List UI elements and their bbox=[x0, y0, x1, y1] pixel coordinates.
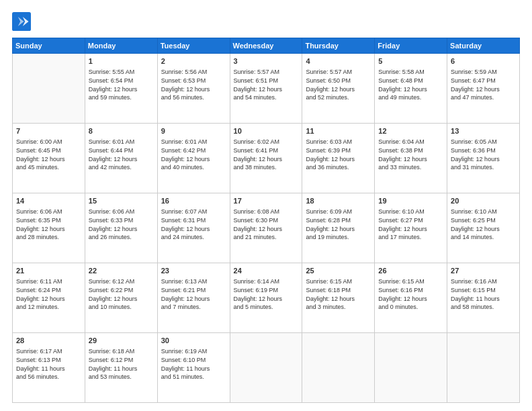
calendar-week-5: 28Sunrise: 6:17 AMSunset: 6:13 PMDayligh… bbox=[13, 333, 520, 403]
day-info: and 52 minutes. bbox=[306, 93, 371, 102]
calendar-header: SundayMondayTuesdayWednesdayThursdayFrid… bbox=[13, 38, 520, 54]
day-info: Sunrise: 6:05 AM bbox=[451, 138, 516, 146]
calendar-cell: 4Sunrise: 5:57 AMSunset: 6:50 PMDaylight… bbox=[302, 54, 375, 124]
day-info: Sunset: 6:33 PM bbox=[89, 216, 154, 225]
day-info: and 53 minutes. bbox=[89, 373, 154, 381]
calendar-cell: 24Sunrise: 6:14 AMSunset: 6:19 PMDayligh… bbox=[230, 263, 302, 333]
day-info: Daylight: 12 hours bbox=[16, 225, 81, 234]
day-number: 19 bbox=[378, 196, 443, 206]
calendar-cell: 19Sunrise: 6:10 AMSunset: 6:27 PMDayligh… bbox=[375, 193, 447, 263]
day-info: Sunrise: 6:19 AM bbox=[161, 347, 226, 356]
day-info: Sunset: 6:15 PM bbox=[451, 286, 516, 295]
day-info: Sunrise: 5:57 AM bbox=[234, 68, 299, 77]
weekday-row: SundayMondayTuesdayWednesdayThursdayFrid… bbox=[13, 38, 520, 54]
calendar-week-1: 1Sunrise: 5:55 AMSunset: 6:54 PMDaylight… bbox=[13, 54, 520, 124]
day-info: Sunrise: 6:01 AM bbox=[89, 138, 154, 146]
logo-icon bbox=[12, 12, 31, 31]
weekday-header-thursday: Thursday bbox=[302, 38, 375, 54]
day-info: Sunset: 6:27 PM bbox=[378, 216, 443, 225]
day-info: and 51 minutes. bbox=[161, 373, 226, 381]
day-info: Sunrise: 6:08 AM bbox=[234, 208, 299, 216]
day-info: Sunset: 6:42 PM bbox=[161, 146, 226, 155]
calendar-cell: 9Sunrise: 6:01 AMSunset: 6:42 PMDaylight… bbox=[157, 124, 230, 193]
calendar-cell: 16Sunrise: 6:07 AMSunset: 6:31 PMDayligh… bbox=[157, 193, 230, 263]
weekday-header-monday: Monday bbox=[85, 38, 157, 54]
day-info: and 3 minutes. bbox=[306, 303, 371, 312]
calendar-cell: 30Sunrise: 6:19 AMSunset: 6:10 PMDayligh… bbox=[157, 333, 230, 403]
day-info: and 21 minutes. bbox=[234, 233, 299, 242]
calendar-week-3: 14Sunrise: 6:06 AMSunset: 6:35 PMDayligh… bbox=[13, 193, 520, 263]
day-number: 11 bbox=[306, 126, 371, 136]
day-info: Sunrise: 5:56 AM bbox=[161, 68, 226, 77]
weekday-header-saturday: Saturday bbox=[447, 38, 520, 54]
calendar-cell: 12Sunrise: 6:04 AMSunset: 6:38 PMDayligh… bbox=[375, 124, 447, 193]
day-info: Daylight: 11 hours bbox=[451, 295, 516, 304]
day-info: and 19 minutes. bbox=[306, 233, 371, 242]
calendar-cell: 27Sunrise: 6:16 AMSunset: 6:15 PMDayligh… bbox=[447, 263, 520, 333]
day-info: Daylight: 12 hours bbox=[451, 85, 516, 94]
calendar-cell bbox=[447, 333, 520, 403]
day-info: Daylight: 12 hours bbox=[378, 225, 443, 234]
day-info: Sunset: 6:39 PM bbox=[306, 146, 371, 155]
day-info: Daylight: 12 hours bbox=[378, 295, 443, 304]
calendar-page: SundayMondayTuesdayWednesdayThursdayFrid… bbox=[0, 0, 532, 411]
calendar-cell: 25Sunrise: 6:15 AMSunset: 6:18 PMDayligh… bbox=[302, 263, 375, 333]
day-info: and 12 minutes. bbox=[16, 303, 81, 312]
day-info: Daylight: 12 hours bbox=[234, 85, 299, 94]
day-number: 12 bbox=[378, 126, 443, 136]
calendar-cell: 28Sunrise: 6:17 AMSunset: 6:13 PMDayligh… bbox=[13, 333, 85, 403]
day-number: 28 bbox=[16, 336, 81, 346]
day-info: and 26 minutes. bbox=[89, 233, 154, 242]
day-info: and 28 minutes. bbox=[16, 233, 81, 242]
day-number: 9 bbox=[161, 126, 226, 136]
day-info: Sunset: 6:51 PM bbox=[234, 77, 299, 85]
calendar-cell: 5Sunrise: 5:58 AMSunset: 6:48 PMDaylight… bbox=[375, 54, 447, 124]
day-info: Daylight: 12 hours bbox=[89, 155, 154, 164]
day-info: Sunrise: 6:10 AM bbox=[451, 208, 516, 216]
day-info: Sunset: 6:30 PM bbox=[234, 216, 299, 225]
day-info: Daylight: 12 hours bbox=[16, 155, 81, 164]
day-info: Daylight: 12 hours bbox=[161, 225, 226, 234]
day-info: and 59 minutes. bbox=[89, 93, 154, 102]
day-info: Sunrise: 6:12 AM bbox=[89, 277, 154, 286]
day-info: Daylight: 12 hours bbox=[378, 85, 443, 94]
day-number: 29 bbox=[89, 336, 154, 346]
day-info: Sunrise: 6:06 AM bbox=[89, 208, 154, 216]
calendar-cell: 23Sunrise: 6:13 AMSunset: 6:21 PMDayligh… bbox=[157, 263, 230, 333]
day-number: 24 bbox=[234, 266, 299, 276]
day-info: Sunset: 6:16 PM bbox=[378, 286, 443, 295]
calendar-cell: 7Sunrise: 6:00 AMSunset: 6:45 PMDaylight… bbox=[13, 124, 85, 193]
day-info: and 54 minutes. bbox=[234, 93, 299, 102]
day-number: 3 bbox=[234, 56, 299, 66]
day-info: Daylight: 12 hours bbox=[161, 295, 226, 304]
day-info: and 58 minutes. bbox=[451, 303, 516, 312]
day-info: Daylight: 11 hours bbox=[89, 365, 154, 373]
calendar-cell bbox=[230, 333, 302, 403]
calendar-cell bbox=[302, 333, 375, 403]
day-number: 1 bbox=[89, 56, 154, 66]
day-info: Daylight: 12 hours bbox=[451, 155, 516, 164]
day-number: 13 bbox=[451, 126, 516, 136]
day-info: Sunset: 6:41 PM bbox=[234, 146, 299, 155]
day-number: 4 bbox=[306, 56, 371, 66]
day-info: Sunset: 6:10 PM bbox=[161, 356, 226, 365]
day-number: 10 bbox=[234, 126, 299, 136]
day-info: Sunrise: 6:17 AM bbox=[16, 347, 81, 356]
day-info: Sunrise: 6:11 AM bbox=[16, 277, 81, 286]
day-info: and 40 minutes. bbox=[161, 163, 226, 172]
day-number: 23 bbox=[161, 266, 226, 276]
day-info: Sunset: 6:12 PM bbox=[89, 356, 154, 365]
day-info: Sunset: 6:44 PM bbox=[89, 146, 154, 155]
calendar-body: 1Sunrise: 5:55 AMSunset: 6:54 PMDaylight… bbox=[13, 54, 520, 403]
day-info: Daylight: 12 hours bbox=[306, 295, 371, 304]
day-info: Sunrise: 6:15 AM bbox=[378, 277, 443, 286]
calendar-cell: 29Sunrise: 6:18 AMSunset: 6:12 PMDayligh… bbox=[85, 333, 157, 403]
day-info: Sunrise: 5:55 AM bbox=[89, 68, 154, 77]
calendar-cell bbox=[375, 333, 447, 403]
day-info: and 24 minutes. bbox=[161, 233, 226, 242]
day-number: 17 bbox=[234, 196, 299, 206]
calendar-cell: 14Sunrise: 6:06 AMSunset: 6:35 PMDayligh… bbox=[13, 193, 85, 263]
calendar-cell: 2Sunrise: 5:56 AMSunset: 6:53 PMDaylight… bbox=[157, 54, 230, 124]
calendar-cell: 20Sunrise: 6:10 AMSunset: 6:25 PMDayligh… bbox=[447, 193, 520, 263]
day-info: Sunset: 6:21 PM bbox=[161, 286, 226, 295]
